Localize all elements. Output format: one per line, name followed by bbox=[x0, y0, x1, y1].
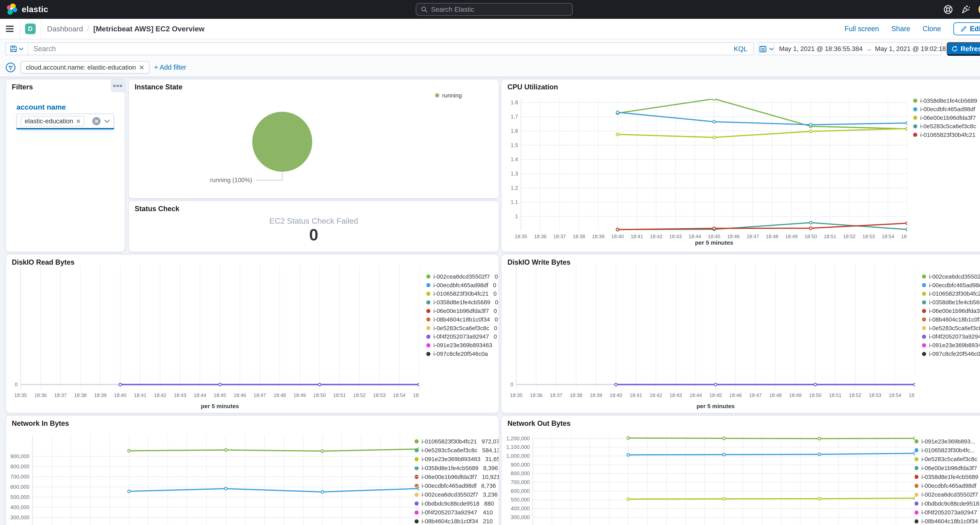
legend-item[interactable]: i-091e23e369b89346331,659 bbox=[415, 455, 493, 464]
legend-item[interactable]: i-0e5283c5ca6ef3c8c518,769 bbox=[914, 455, 980, 464]
legend-item[interactable]: i-06e00e1b96dfda3f70 bbox=[922, 307, 980, 315]
legend-swatch bbox=[922, 274, 926, 278]
legend-item[interactable]: i-0e5283c5ca6ef3c8c584,135 bbox=[415, 446, 493, 455]
date-range-start[interactable]: May 1, 2021 @ 18:36:55.384 bbox=[779, 45, 862, 52]
diskio-write-chart[interactable]: 018:3518:3618:3718:3818:3918:4018:4118:4… bbox=[501, 265, 915, 404]
legend-item[interactable]: i-097c8cfe20f546c0a bbox=[426, 350, 492, 358]
legend-item[interactable]: i-002cea6dcd35502f73,236 bbox=[415, 490, 493, 499]
legend-item[interactable]: i-0e5283c5ca6ef3c8c0.934 bbox=[913, 122, 980, 131]
svg-text:18:35: 18:35 bbox=[515, 234, 527, 239]
filter-field-label[interactable]: account name bbox=[16, 103, 66, 111]
elastic-logo[interactable]: elastic bbox=[0, 3, 48, 16]
chevron-down-icon bbox=[769, 48, 774, 50]
legend-value: 24,685 bbox=[977, 465, 980, 471]
legend-value: 1.615 bbox=[977, 97, 980, 104]
legend-swatch bbox=[426, 274, 430, 278]
legend-swatch bbox=[922, 317, 926, 321]
breadcrumb-dashboard[interactable]: Dashboard bbox=[47, 25, 83, 33]
edit-button[interactable]: Edit bbox=[953, 22, 980, 35]
legend-item[interactable]: i-0f4f2052073a92947208 bbox=[914, 508, 980, 517]
svg-text:18:43: 18:43 bbox=[174, 393, 186, 398]
clear-selection-icon[interactable] bbox=[92, 117, 100, 125]
legend-label: i-0358d8e1fe4cb5689 bbox=[920, 97, 977, 104]
legend-item[interactable]: i-08b4604c18b1c0f340 bbox=[426, 315, 492, 324]
filter-menu-icon[interactable] bbox=[5, 62, 16, 73]
legend-item[interactable]: i-01065823f30b4fc210.963 bbox=[913, 130, 980, 139]
legend-label: i-06e00e1b96dfda3f7 bbox=[921, 465, 977, 471]
svg-text:18:50: 18:50 bbox=[313, 393, 326, 398]
refresh-button[interactable]: Refresh bbox=[947, 42, 980, 56]
chevron-down-icon[interactable] bbox=[104, 119, 110, 123]
legend-item[interactable]: i-091e23e369b893...1,201,252 bbox=[914, 437, 980, 446]
clone-button[interactable]: Clone bbox=[923, 25, 941, 33]
svg-text:18:51: 18:51 bbox=[829, 393, 842, 398]
query-input[interactable]: Search KQL bbox=[5, 42, 754, 55]
remove-option-icon[interactable] bbox=[76, 119, 80, 123]
combobox-selected-pill[interactable]: elastic-education bbox=[21, 116, 84, 126]
legend-item[interactable]: i-0f4f2052073a929470 bbox=[922, 332, 980, 341]
global-header: elastic Search Elastic m bbox=[0, 0, 980, 19]
legend-item[interactable]: i-00ecdbfc465ad98df1.656 bbox=[913, 105, 980, 114]
legend-item[interactable]: i-002cea6dcd35502f78,779 bbox=[914, 490, 980, 499]
legend-item[interactable]: i-0e5283c5ca6ef3c8c0 bbox=[922, 324, 980, 332]
help-icon[interactable] bbox=[943, 5, 953, 14]
remove-filter-icon[interactable] bbox=[139, 65, 144, 70]
legend-item[interactable]: i-0358d8e1fe4cb56898,396 bbox=[415, 464, 493, 473]
legend-item[interactable]: i-0f4f2052073a92947410 bbox=[415, 508, 493, 517]
legend-value: 210 bbox=[478, 518, 493, 525]
legend-item[interactable]: i-0358d8e1fe4cb56891.615 bbox=[913, 97, 980, 105]
legend-item[interactable]: i-0bdbdc9c88cde9518880 bbox=[415, 499, 493, 508]
legend-item[interactable]: i-01065823f30b4fc210 bbox=[426, 290, 492, 298]
saved-query-menu[interactable] bbox=[6, 43, 28, 55]
legend-item[interactable]: i-0bdbdc9c88cde9518589 bbox=[914, 499, 980, 508]
legend-item[interactable]: i-01065823f30b4fc21972,078 bbox=[415, 437, 493, 446]
date-quick-menu[interactable] bbox=[759, 43, 775, 55]
legend-item[interactable]: i-0f4f2052073a929470 bbox=[426, 332, 492, 341]
legend-item[interactable]: i-06e00e1b96dfda3f724,685 bbox=[914, 464, 980, 473]
svg-text:18:38: 18:38 bbox=[570, 393, 582, 398]
add-filter-button[interactable]: + Add filter bbox=[154, 64, 186, 71]
legend-item[interactable]: i-091e23e369b893463 bbox=[922, 341, 980, 350]
menu-icon[interactable] bbox=[0, 19, 20, 39]
legend-item[interactable]: i-08b4604c18b1c0f340 bbox=[922, 315, 980, 324]
network-out-chart[interactable]: 1,200,0001,100,0001,000,000900,000800,00… bbox=[501, 435, 915, 525]
network-in-chart[interactable]: 900,000800,000700,000600,000500,000400,0… bbox=[6, 435, 419, 525]
svg-text:1.2: 1.2 bbox=[511, 185, 518, 191]
global-search-input[interactable]: Search Elastic bbox=[416, 3, 573, 16]
legend-item[interactable]: i-091e23e369b893463 bbox=[426, 341, 492, 350]
legend-item[interactable]: i-00ecdbfc465ad98df6,736 bbox=[415, 481, 493, 490]
legend-item[interactable]: i-0e5283c5ca6ef3c8c0 bbox=[426, 324, 492, 332]
legend-item[interactable]: i-002cea6dcd35502f70 bbox=[922, 272, 980, 281]
legend-item[interactable]: i-0358d8e1fe4cb56890 bbox=[922, 298, 980, 307]
legend-item[interactable]: i-00ecdbfc465ad98df0 bbox=[922, 281, 980, 290]
kql-toggle[interactable]: KQL bbox=[734, 45, 753, 53]
share-button[interactable]: Share bbox=[891, 25, 910, 33]
legend-item[interactable]: i-0358d8e1fe4cb568922,498 bbox=[914, 473, 980, 481]
cpu-utilization-chart[interactable]: 1.81.71.61.51.41.31.21.1118:3518:3618:37… bbox=[501, 99, 907, 246]
filter-pill[interactable]: cloud.account.name: elastic-education bbox=[21, 61, 150, 73]
date-range-end[interactable]: May 1, 2021 @ 19:02:18.461 bbox=[875, 45, 958, 52]
account-name-combobox[interactable]: elastic-education bbox=[16, 113, 114, 129]
legend-label: i-0e5283c5ca6ef3c8c bbox=[422, 447, 477, 453]
legend-item[interactable]: i-08b4604c18b1c0f34196 bbox=[914, 517, 980, 525]
date-picker[interactable]: May 1, 2021 @ 18:36:55.384 → May 1, 2021… bbox=[759, 42, 942, 55]
newsfeed-icon[interactable] bbox=[961, 5, 971, 14]
legend-item[interactable]: i-097c8cfe20f546c0a bbox=[922, 350, 980, 358]
legend-item[interactable]: i-01065823f30b4fc210 bbox=[922, 290, 980, 298]
legend-item[interactable]: i-06e00e1b96dfda3f71.617 bbox=[913, 113, 980, 122]
legend-item[interactable]: i-06e00e1b96dfda3f70 bbox=[426, 307, 492, 315]
space-switcher[interactable]: D bbox=[20, 19, 41, 39]
user-avatar[interactable]: m bbox=[978, 3, 980, 15]
diskio-read-chart[interactable]: 018:3518:3618:3718:3818:3918:4018:4118:4… bbox=[6, 265, 419, 404]
full-screen-button[interactable]: Full screen bbox=[845, 25, 879, 33]
legend-item[interactable]: i-00ecdbfc465ad98df12,176 bbox=[914, 481, 980, 490]
panel-options-icon[interactable] bbox=[111, 80, 125, 92]
legend-label: i-0e5283c5ca6ef3c8c bbox=[929, 325, 980, 331]
legend-item[interactable]: i-01065823f30b4fc...1,030,384 bbox=[914, 446, 980, 455]
legend-item[interactable]: i-0358d8e1fe4cb56890 bbox=[426, 298, 492, 307]
legend-item[interactable]: i-00ecdbfc465ad98df0 bbox=[426, 281, 492, 290]
legend-item[interactable]: i-06e00e1b96dfda3f710,921 bbox=[415, 473, 493, 481]
legend-item[interactable]: i-08b4604c18b1c0f34210 bbox=[415, 517, 493, 525]
svg-text:18:44: 18:44 bbox=[689, 234, 701, 239]
legend-item[interactable]: i-002cea6dcd35502f70 bbox=[426, 272, 492, 281]
